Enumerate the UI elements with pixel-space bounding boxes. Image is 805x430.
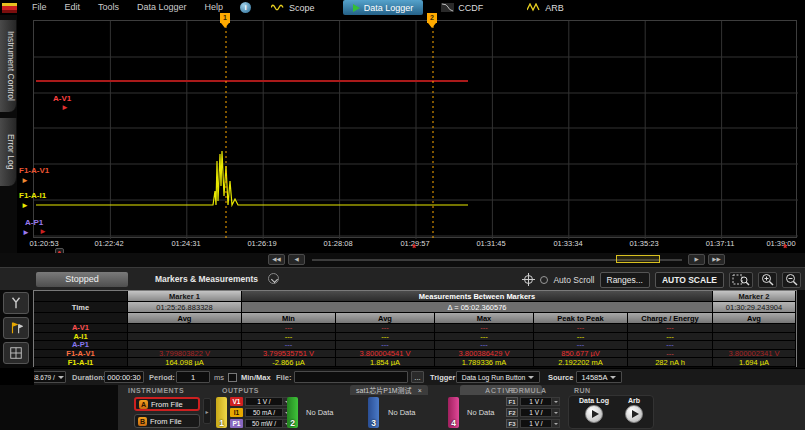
f3-badge[interactable]: F3: [506, 419, 518, 428]
tab-scope[interactable]: Scope: [261, 0, 325, 15]
tab-arb[interactable]: ARB: [517, 0, 574, 15]
menu-data-logger[interactable]: Data Logger: [128, 0, 196, 15]
dropdown-arrow-icon: [58, 376, 64, 379]
zoom-in-button[interactable]: [758, 272, 777, 288]
auto-scroll-label: Auto Scroll: [553, 275, 594, 285]
scroll-next-button[interactable]: ▶: [688, 254, 705, 265]
v1-scale-dropdown[interactable]: 1 V /: [245, 397, 291, 406]
trace-label-a-v1: A-V1: [53, 94, 71, 103]
sidebar-tab-error-log[interactable]: Error Log: [0, 118, 17, 186]
tab-data-logger-label: Data Logger: [364, 3, 414, 13]
cell: 3.800002341 V: [713, 350, 796, 359]
cell: ---: [628, 341, 713, 350]
between-markers-header: Measurements Between Markers: [242, 291, 713, 302]
cell: 3.800004541 V: [336, 350, 435, 359]
cell: -2.866 µA: [242, 358, 336, 367]
cell: 850.677 µV: [534, 350, 628, 359]
trigger-label: Trigger: [430, 373, 455, 382]
cell: ---: [242, 324, 336, 333]
p1-scale-dropdown[interactable]: 50 mW /: [245, 419, 291, 428]
period-input[interactable]: 1: [176, 371, 210, 383]
info-icon[interactable]: i: [240, 2, 251, 13]
browse-button[interactable]: ...: [411, 371, 424, 383]
marker1-flag[interactable]: 1: [220, 13, 230, 23]
tab-ccdf-label: CCDF: [458, 3, 483, 13]
duration-value: 000:00:30: [104, 371, 144, 383]
logging-control-row: 01:48.679 / Duration: 000:00:30 Period: …: [0, 368, 805, 385]
scroll-prev-button[interactable]: ◀: [288, 254, 305, 265]
f2-scale-dropdown[interactable]: 1 V /: [520, 408, 560, 417]
instrument-b-button[interactable]: B From File: [134, 414, 200, 428]
zoom-out-button[interactable]: [782, 272, 801, 288]
trace-label-f1-a-i1: F1-A-I1: [19, 191, 46, 200]
cell: 3.800386429 V: [435, 350, 534, 359]
trace-arrow-a-p1-icon: ►: [22, 228, 30, 237]
instruments-expander[interactable]: ▸: [203, 398, 211, 424]
i1-scale-dropdown[interactable]: 50 mA /: [245, 408, 291, 417]
markers-toggle-button[interactable]: [3, 317, 29, 339]
cell: ---: [435, 341, 534, 350]
output-file-tab[interactable]: sat1芯片P1M测试 ×: [350, 385, 428, 395]
instrument-a-button[interactable]: A From File: [134, 397, 200, 411]
i1-badge: I1: [230, 408, 243, 417]
datalog-run-button[interactable]: [585, 405, 603, 423]
period-label: Period:: [149, 373, 175, 382]
scrollbar-thumb[interactable]: [616, 255, 660, 263]
cell: ---: [628, 333, 713, 342]
channel1-number: 1: [216, 418, 227, 428]
add-marker-icon[interactable]: [522, 273, 535, 286]
file-input[interactable]: [294, 371, 408, 383]
grid-view-button[interactable]: [3, 342, 29, 364]
ranges-button[interactable]: Ranges...: [600, 272, 650, 288]
stat-spacer: [34, 313, 128, 324]
trigger-dropdown[interactable]: Data Log Run Button: [456, 371, 540, 383]
chart-panel: 1 2 A-V1 ► F1-A-V1 ► F1-A-I1 ► A-P1 ► ► …: [17, 15, 805, 253]
marker1-header: Marker 1: [128, 291, 242, 302]
sine-wave-icon: [271, 3, 285, 12]
zoom-region-button[interactable]: [729, 272, 753, 288]
sidebar-tab-instrument-control[interactable]: Instrument Control: [0, 20, 17, 112]
tab-data-logger[interactable]: Data Logger: [343, 0, 424, 15]
menu-file[interactable]: File: [23, 0, 56, 15]
time-tick: 01:20:53: [16, 239, 72, 248]
chart-plot-area[interactable]: [33, 20, 797, 238]
dropdown-arrow-icon: [551, 409, 559, 416]
marker2-flag[interactable]: 2: [427, 13, 437, 23]
auto-scroll-radio[interactable]: [540, 276, 548, 284]
period-unit-label: ms: [214, 373, 224, 382]
scroll-last-button[interactable]: ▶▶: [708, 254, 725, 265]
status-row: Stopped Markers & Measurements Auto Scro…: [0, 267, 805, 290]
f1-scale-dropdown[interactable]: 1 V /: [520, 397, 560, 406]
tab-ccdf[interactable]: CCDF: [431, 0, 493, 15]
source-dropdown[interactable]: 14585A: [576, 371, 622, 383]
time-tick: 01:37:11: [692, 239, 748, 248]
channel1-i1-row: I1 50 mA /: [230, 408, 291, 417]
minmax-checkbox[interactable]: [228, 373, 237, 382]
cell: [713, 333, 796, 342]
trace-arrow-f1-a-i1-icon: ►: [21, 201, 29, 210]
auto-scale-button[interactable]: AUTO SCALE: [655, 272, 724, 288]
col-header-peak-to-peak: Peak to Peak: [534, 313, 628, 324]
row-label-a-i1: A-I1: [34, 333, 128, 342]
stopped-status-button[interactable]: Stopped: [36, 272, 128, 287]
cell: 3.799535751 V: [242, 350, 336, 359]
cell: 1.694 µA: [713, 358, 796, 367]
measurement-setup-button[interactable]: [3, 292, 29, 314]
fork-tool-icon: [9, 296, 23, 310]
cell: 3.799803822 V: [128, 350, 242, 359]
f3-scale-dropdown[interactable]: 1 V /: [520, 419, 560, 428]
arb-run-button[interactable]: [625, 405, 643, 423]
formula-f3-row: F3 1 V /: [506, 419, 560, 428]
f2-badge[interactable]: F2: [506, 408, 518, 417]
menu-tools[interactable]: Tools: [89, 0, 128, 15]
app-logo-icon: [2, 3, 17, 13]
play-icon: [592, 410, 599, 418]
close-icon[interactable]: ×: [418, 387, 422, 394]
channel2-no-data: No Data: [306, 408, 334, 417]
collapse-chevron-icon[interactable]: [268, 273, 279, 284]
menu-edit[interactable]: Edit: [56, 0, 90, 15]
scroll-first-button[interactable]: ◀◀: [268, 254, 285, 265]
marker2-header: Marker 2: [713, 291, 796, 302]
f1-badge[interactable]: F1: [506, 397, 518, 406]
zoom-out-icon: [785, 273, 798, 286]
